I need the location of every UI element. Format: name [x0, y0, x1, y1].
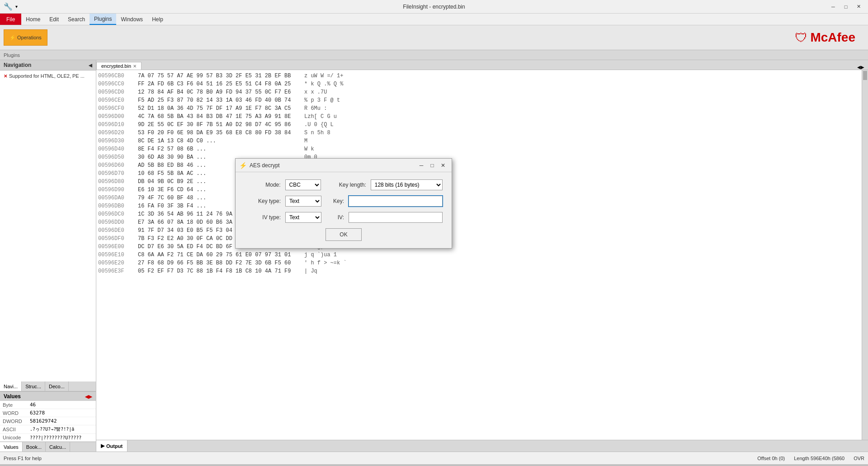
- aes-decrypt-dialog: ⚡ AES decrypt ─ □ ✕ Mode: CBC ECB CFB OF…: [235, 158, 452, 249]
- dialog-maximize-button[interactable]: □: [427, 161, 437, 170]
- dialog-title-bar: ⚡ AES decrypt ─ □ ✕: [236, 159, 452, 172]
- iv-label: IV:: [326, 214, 344, 221]
- key-type-select[interactable]: Text Hex: [285, 196, 321, 207]
- key-input[interactable]: [349, 196, 443, 207]
- dialog-title-text: AES decrypt: [250, 162, 280, 169]
- iv-type-label: IV type:: [245, 214, 281, 221]
- dialog-overlay: ⚡ AES decrypt ─ □ ✕ Mode: CBC ECB CFB OF…: [0, 0, 868, 466]
- iv-input[interactable]: [349, 212, 443, 223]
- ok-button[interactable]: OK: [326, 228, 362, 241]
- ok-row: OK: [245, 228, 443, 241]
- dialog-title-content: ⚡ AES decrypt: [239, 162, 280, 169]
- iv-type-select[interactable]: Text Hex: [285, 212, 321, 223]
- dialog-close-button[interactable]: ✕: [438, 161, 448, 170]
- mode-label: Mode:: [245, 182, 281, 188]
- key-length-select[interactable]: 128 bits (16 bytes) 192 bits (24 bytes) …: [371, 179, 443, 190]
- dialog-body: Mode: CBC ECB CFB OFB CTR Key length: 12…: [236, 172, 452, 248]
- key-type-label: Key type:: [245, 198, 281, 204]
- dialog-title-icon: ⚡: [239, 162, 247, 169]
- key-type-row: Key type: Text Hex Key:: [245, 196, 443, 207]
- mode-select[interactable]: CBC ECB CFB OFB CTR: [285, 179, 321, 190]
- mode-row: Mode: CBC ECB CFB OFB CTR Key length: 12…: [245, 179, 443, 190]
- key-label: Key:: [326, 198, 344, 204]
- dialog-minimize-button[interactable]: ─: [416, 161, 426, 170]
- key-length-label: Key length:: [326, 182, 366, 188]
- iv-type-row: IV type: Text Hex IV:: [245, 212, 443, 223]
